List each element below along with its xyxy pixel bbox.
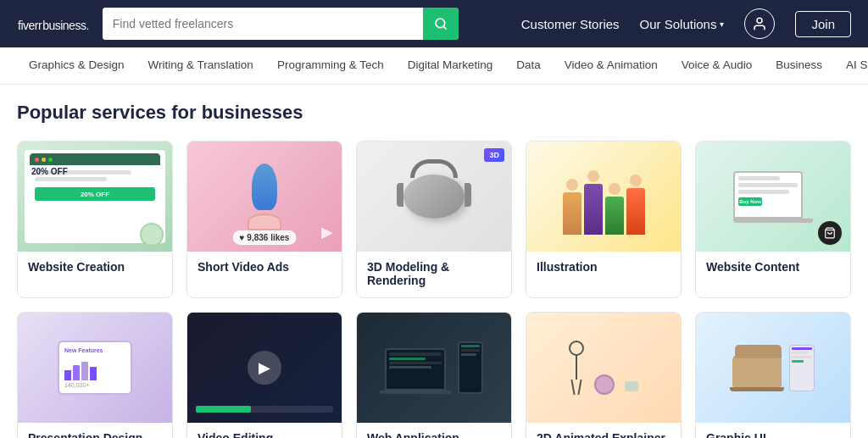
cat-video-animation[interactable]: Video & Animation [553,47,670,85]
service-label-graphic-ui: Graphic UI [696,423,850,438]
service-label-illustration: Illustration [526,252,681,284]
person-icon [752,16,767,31]
search-button[interactable] [423,8,459,40]
card-image-illustration [526,141,681,252]
svg-line-1 [443,26,446,29]
search-bar [103,8,459,40]
service-card-short-video-ads[interactable]: ♥ 9,836 likes Short Video Ads [186,141,342,298]
card-image-2d-animated-explainer [526,313,681,423]
service-label-website-creation: Website Creation [18,252,172,284]
navbar: fiverrbusiness. Customer Stories Our Sol… [0,0,868,47]
service-card-presentation-design[interactable]: New Features 140,000+ Presentation Desig… [17,312,173,438]
cat-voice-audio[interactable]: Voice & Audio [670,47,764,85]
card-image-website-creation: 20% OFF [18,141,172,252]
search-input[interactable] [103,8,423,40]
user-icon[interactable] [744,8,775,39]
service-label-presentation-design: Presentation Design [18,423,172,438]
card-image-graphic-ui [696,313,850,423]
chevron-down-icon: ▾ [720,19,724,29]
nav-customer-stories[interactable]: Customer Stories [521,17,620,31]
play-icon: ▶ [248,351,281,385]
services-row-1: 20% OFF Website Creation ♥ 9,836 likes [17,141,851,298]
cat-programming-tech[interactable]: Programming & Tech [265,47,396,85]
nav-links: Customer Stories Our Solutions ▾ Join [521,8,851,39]
card-image-3d-modeling: 3D [357,141,511,252]
likes-badge: ♥ 9,836 likes [233,230,297,245]
section-title: Popular services for businesses [17,102,851,124]
service-card-2d-animated-explainer[interactable]: 2D Animated Explainer [526,312,682,438]
card-image-website-content: Buy Now [696,141,850,252]
card-image-video-editing: ▶ [187,313,342,423]
cat-ai-services[interactable]: AI Services NEW [834,47,868,85]
service-card-web-application[interactable]: Web Application [356,312,512,438]
join-button[interactable]: Join [795,11,851,37]
service-label-2d-animated-explainer: 2D Animated Explainer [526,423,681,438]
service-card-3d-modeling[interactable]: 3D 3D Modeling & Rendering [356,141,512,298]
cat-business[interactable]: Business [764,47,834,85]
service-label-short-video-ads: Short Video Ads [187,252,342,284]
category-nav: Graphics & Design Writing & Translation … [0,47,868,85]
cat-digital-marketing[interactable]: Digital Marketing [396,47,505,85]
nav-our-solutions[interactable]: Our Solutions ▾ [640,17,725,31]
services-row-2: New Features 140,000+ Presentation Desig… [17,312,851,438]
service-label-3d-modeling: 3D Modeling & Rendering [357,252,511,297]
card-image-web-application [357,313,511,423]
service-label-web-application: Web Application [357,423,511,438]
search-icon [434,17,448,30]
service-card-graphic-ui[interactable]: Graphic UI [695,312,851,438]
service-label-video-editing: Video Editing [187,423,342,438]
service-label-website-content: Website Content [696,252,850,284]
logo[interactable]: fiverrbusiness. [17,13,89,35]
card-image-presentation-design: New Features 140,000+ [18,313,172,423]
cat-graphics-design[interactable]: Graphics & Design [17,47,136,85]
service-card-website-content[interactable]: Buy Now Website Content [695,141,851,298]
service-card-illustration[interactable]: Illustration [526,141,682,298]
service-card-website-creation[interactable]: 20% OFF Website Creation [17,141,173,298]
card-image-short-video-ads: ♥ 9,836 likes [187,141,342,252]
3d-badge: 3D [484,148,504,162]
svg-point-2 [757,18,762,23]
service-card-video-editing[interactable]: ▶ Video Editing [186,312,342,438]
cat-data[interactable]: Data [504,47,553,85]
main-content: Popular services for businesses [0,85,868,438]
cat-writing-translation[interactable]: Writing & Translation [136,47,265,85]
timeline-bar [196,406,333,413]
